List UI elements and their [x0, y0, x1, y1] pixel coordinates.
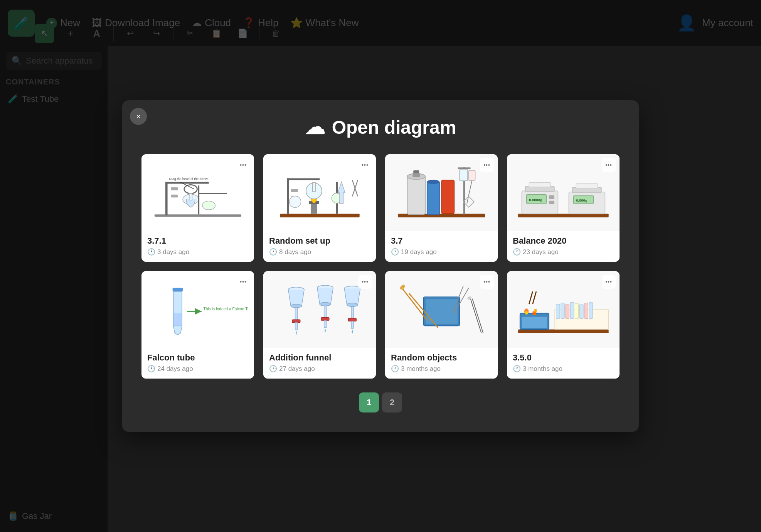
diagram-thumb-balance: 0.0000g 0.000g ••• [507, 154, 620, 231]
diagram-menu-btn-37[interactable]: ••• [480, 158, 494, 172]
svg-rect-11 [171, 187, 178, 190]
svg-rect-87 [518, 330, 609, 333]
diagram-name-37: 3.7 [391, 236, 492, 246]
svg-rect-0 [154, 214, 241, 217]
diagram-card-random-obj[interactable]: ••• Random objects 🕐 3 months ago [385, 271, 498, 379]
svg-rect-95 [566, 304, 569, 319]
svg-rect-22 [291, 189, 298, 192]
diagram-card-balance[interactable]: 0.0000g 0.000g ••• Balance 2020 [507, 154, 620, 262]
thumb-svg-random-obj [391, 275, 492, 344]
diagram-time-funnel: 🕐 27 days ago [269, 365, 370, 373]
diagram-thumb-371: Drag the head of the arrow ••• [141, 154, 254, 231]
modal-title: ☁ Open diagram [141, 116, 620, 139]
diagram-card-funnel[interactable]: ••• Addition funnel 🕐 27 days ago [263, 271, 376, 379]
page-1-button[interactable]: 1 [359, 392, 379, 412]
svg-rect-70 [321, 318, 329, 321]
modal-close-button[interactable]: × [130, 108, 147, 125]
svg-text:This is indeed a Falcon Tube: This is indeed a Falcon Tube [203, 307, 248, 311]
diagram-info-random-obj: Random objects 🕐 3 months ago [385, 348, 498, 379]
diagram-grid: Drag the head of the arrow ••• 3.7.1 [141, 154, 620, 379]
diagram-time-balance: 🕐 23 days ago [513, 248, 614, 256]
svg-rect-51 [549, 201, 554, 204]
svg-line-102 [532, 291, 536, 304]
thumb-svg-350 [513, 275, 614, 344]
page-2-button[interactable]: 2 [382, 392, 402, 412]
svg-rect-65 [292, 320, 300, 323]
svg-point-104 [525, 311, 528, 315]
svg-rect-12 [171, 195, 178, 198]
diagram-menu-btn-balance[interactable]: ••• [602, 158, 616, 172]
svg-point-35 [427, 180, 439, 184]
thumb-svg-random [269, 158, 370, 227]
diagram-menu-btn-falcon[interactable]: ••• [236, 275, 250, 289]
clock-icon-371: 🕐 [147, 248, 155, 256]
diagram-menu-btn-350[interactable]: ••• [602, 275, 616, 289]
diagram-name-random: Random set up [269, 236, 370, 246]
open-diagram-modal: × ☁ Open diagram [122, 100, 639, 432]
diagram-thumb-random: ••• [263, 154, 376, 231]
svg-point-63 [291, 304, 301, 308]
svg-text:0.000g: 0.000g [576, 199, 587, 202]
svg-line-101 [529, 291, 532, 304]
diagram-info-37: 3.7 🕐 19 days ago [385, 231, 498, 262]
svg-text:0.0000g: 0.0000g [529, 198, 542, 202]
diagram-time-random-obj: 🕐 3 months ago [391, 365, 492, 373]
svg-rect-99 [584, 303, 588, 318]
diagram-info-350: 3.5.0 🕐 3 months ago [507, 348, 620, 379]
svg-rect-34 [427, 182, 439, 214]
diagram-menu-btn-funnel[interactable]: ••• [358, 275, 372, 289]
diagram-menu-btn-371[interactable]: ••• [236, 158, 250, 172]
svg-point-68 [320, 302, 330, 306]
svg-rect-71 [324, 320, 326, 328]
clock-icon-funnel: 🕐 [269, 365, 277, 373]
diagram-time-falcon: 🕐 24 days ago [147, 365, 248, 373]
diagram-thumb-falcon: This is indeed a Falcon Tube ••• [141, 271, 254, 348]
svg-rect-40 [468, 170, 475, 180]
svg-rect-75 [348, 318, 356, 322]
pagination: 1 2 [141, 392, 620, 412]
diagram-card-350[interactable]: ••• 3.5.0 🕐 3 months ago [507, 271, 620, 379]
clock-icon-350: 🕐 [513, 365, 521, 373]
svg-rect-54 [576, 184, 598, 188]
diagram-card-37[interactable]: ••• 3.7 🕐 19 days ago [385, 154, 498, 262]
diagram-thumb-350: ••• [507, 271, 620, 348]
svg-rect-91 [534, 309, 537, 312]
svg-point-86 [467, 296, 472, 300]
clock-icon-37: 🕐 [391, 248, 399, 256]
svg-rect-2 [165, 182, 209, 184]
thumb-svg-falcon: This is indeed a Falcon Tube [147, 275, 249, 344]
thumb-svg-funnel [269, 275, 370, 344]
diagram-card-falcon[interactable]: This is indeed a Falcon Tube ••• Falcon … [141, 271, 254, 379]
svg-rect-13 [280, 214, 359, 217]
svg-rect-14 [311, 203, 317, 214]
svg-rect-39 [460, 169, 468, 181]
diagram-info-funnel: Addition funnel 🕐 27 days ago [263, 348, 376, 379]
clock-icon-random: 🕐 [269, 248, 277, 256]
svg-point-6 [202, 201, 215, 210]
svg-rect-57 [172, 288, 182, 291]
clock-icon-falcon: 🕐 [147, 365, 155, 373]
diagram-time-37: 🕐 19 days ago [391, 248, 492, 256]
svg-rect-59 [173, 313, 182, 326]
svg-rect-94 [561, 303, 564, 318]
svg-rect-1 [165, 182, 168, 215]
svg-rect-44 [518, 214, 609, 217]
svg-rect-33 [413, 170, 419, 173]
clock-icon-balance: 🕐 [513, 248, 521, 256]
svg-point-73 [347, 303, 357, 306]
svg-text:Drag the head of the arrow: Drag the head of the arrow [169, 177, 208, 181]
svg-rect-21 [287, 178, 320, 180]
diagram-menu-btn-random[interactable]: ••• [358, 158, 372, 172]
svg-rect-66 [295, 323, 297, 330]
svg-rect-20 [287, 178, 289, 214]
diagram-card-random-setup[interactable]: ••• Random set up 🕐 8 days ago [263, 154, 376, 262]
diagram-name-350: 3.5.0 [513, 353, 614, 363]
svg-point-24 [289, 196, 301, 207]
diagram-info-371: 3.7.1 🕐 3 days ago [141, 231, 254, 262]
diagram-card-371[interactable]: Drag the head of the arrow ••• 3.7.1 [141, 154, 254, 262]
svg-line-42 [467, 180, 472, 204]
diagram-menu-btn-random-obj[interactable]: ••• [480, 275, 494, 289]
svg-rect-89 [522, 317, 547, 328]
svg-rect-98 [579, 304, 583, 319]
diagram-info-random: Random set up 🕐 8 days ago [263, 231, 376, 262]
